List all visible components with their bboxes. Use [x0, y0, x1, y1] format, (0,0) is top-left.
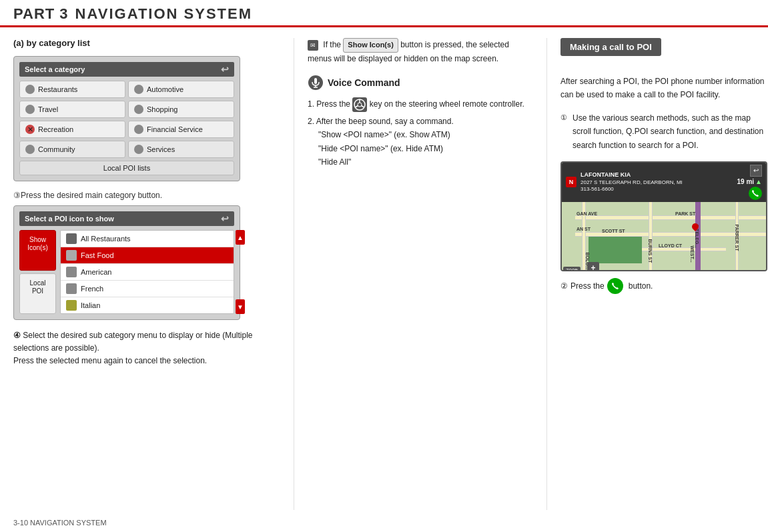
local-poi-button[interactable]: Local POI lists: [19, 161, 234, 175]
map-call-button-header[interactable]: [749, 187, 762, 200]
american-icon: [66, 267, 77, 277]
category-label-community: Community: [38, 145, 75, 153]
poi-item-italian[interactable]: Italian: [61, 297, 234, 313]
category-btn-shopping[interactable]: Shopping: [128, 101, 234, 118]
location-address: 2027 S TELEGRAPH RD, DEARBORN, MI: [581, 179, 683, 186]
poi-box-header: Select a POI icon to show ↩: [19, 211, 234, 226]
map-distance: 19 mi ▲: [737, 178, 762, 185]
voice-command-show: "Show <POI name>" (ex. Show ATM): [318, 128, 533, 141]
recreation-icon: ✕: [25, 125, 35, 134]
community-icon: [25, 145, 35, 154]
map-body: GAN AVE AN ST SCOTT ST PARK ST LLOYD CT …: [562, 202, 766, 271]
voice-title-label: Voice Command: [328, 77, 400, 88]
poi-item-fast-food[interactable]: Fast Food: [61, 247, 234, 264]
road-label-gan-ave: GAN AVE: [577, 211, 597, 216]
fast-food-icon: [66, 250, 77, 261]
category-select-box: Select a category ↩ Restaurants Automoti…: [13, 56, 240, 181]
category-btn-travel[interactable]: Travel: [19, 101, 125, 118]
road-label-burns-st: BURNS ST: [648, 239, 653, 263]
automotive-icon: [134, 85, 143, 94]
map-location-info: LAFONTAINE KIA 2027 S TELEGRAPH RD, DEAR…: [581, 171, 683, 193]
road-label-lloyd-ct: LLOYD CT: [659, 243, 682, 248]
category-btn-community[interactable]: Community: [19, 141, 125, 158]
poi-item-all-restaurants[interactable]: All Restaurants: [61, 231, 234, 247]
road-label-park-st: PARK ST: [675, 211, 695, 216]
call-button-example[interactable]: [607, 278, 623, 294]
step4-description: ④ Select the desired sub category menu t…: [13, 329, 280, 368]
poi-label-italian: Italian: [81, 301, 100, 309]
french-icon: [66, 283, 77, 294]
page-number: 3-10 NAVIGATION SYSTEM: [13, 519, 107, 527]
voice-command-title: Voice Command: [308, 75, 533, 91]
press-button-instruction: ② Press the button.: [560, 278, 767, 294]
main-content: (a) by category list Select a category ↩…: [0, 27, 768, 521]
road-label-an-st: AN ST: [577, 227, 591, 231]
poi-list: All Restaurants Fast Food American: [60, 230, 234, 314]
show-icon-note: ✉ If the Show Icon(s) button is pressed,…: [308, 38, 533, 65]
note-icon: ✉: [308, 40, 318, 51]
map-close-button[interactable]: ↩: [750, 165, 762, 177]
page-title: NAVIGATION SYSTEM: [75, 5, 252, 23]
left-column: (a) by category list Select a category ↩…: [13, 38, 294, 510]
step3-label: ③Press the desired main category button.: [13, 191, 280, 200]
press-btn-suffix: button.: [629, 279, 653, 293]
section-title: (a) by category list: [13, 38, 280, 48]
map-n-badge: N: [566, 177, 577, 187]
scroll-arrows: ▲ ▼: [236, 230, 245, 314]
category-btn-restaurants[interactable]: Restaurants: [19, 81, 125, 98]
phone-icon: [611, 281, 620, 291]
making-call-title: Making a call to POI: [560, 38, 661, 56]
category-btn-automotive[interactable]: Automotive: [128, 81, 234, 98]
poi-select-box: Select a POI icon to show ↩ ShowIcon(s) …: [13, 205, 240, 320]
category-label-automotive: Automotive: [147, 85, 183, 93]
step4-number: ④: [13, 331, 21, 340]
category-btn-recreation[interactable]: ✕ Recreation: [19, 121, 125, 138]
local-poi-button-side[interactable]: LocalPOI: [19, 273, 56, 314]
page-header: PART 3 NAVIGATION SYSTEM: [0, 0, 768, 27]
category-label-services: Services: [147, 145, 175, 153]
voice-command-hide-all: "Hide All": [318, 155, 533, 169]
poi-content: ShowIcon(s) LocalPOI All Restaurants Fas…: [19, 230, 234, 314]
poi-back-arrow-icon[interactable]: ↩: [221, 213, 229, 224]
show-icons-button[interactable]: ShowIcon(s): [19, 230, 56, 271]
category-box-title-label: Select a category: [25, 65, 85, 73]
middle-column: ✉ If the Show Icon(s) button is pressed,…: [294, 38, 547, 510]
map-header: N LAFONTAINE KIA 2027 S TELEGRAPH RD, DE…: [562, 163, 766, 202]
category-btn-services[interactable]: Services: [128, 141, 234, 158]
road-label-parrer-st: PARRER ST: [735, 224, 739, 251]
map-header-right: ↩ 19 mi ▲: [737, 165, 762, 200]
page-footer: 3-10 NAVIGATION SYSTEM: [13, 519, 107, 527]
poi-side-buttons: ShowIcon(s) LocalPOI: [19, 230, 56, 314]
road-park-st-line: [675, 215, 766, 220]
financial-icon: [134, 125, 143, 134]
voice-steps: 1. Press the key on the steering wheel r…: [308, 97, 533, 169]
making-call-header: Making a call to POI: [560, 38, 767, 65]
category-label-financial: Financial Service: [147, 125, 203, 133]
poi-label-all-restaurants: All Restaurants: [81, 235, 131, 243]
poi-item-american[interactable]: American: [61, 264, 234, 281]
voice-command-hide: "Hide <POI name>" (ex. Hide ATM): [318, 142, 533, 155]
restaurants-icon: [25, 85, 35, 94]
back-arrow-icon[interactable]: ↩: [221, 64, 229, 75]
travel-icon: [25, 105, 35, 114]
search-methods-note: Use the various search methods, such as …: [560, 111, 767, 152]
zoom-in-button[interactable]: +: [587, 262, 599, 271]
category-box-header: Select a category ↩: [19, 62, 234, 77]
poi-label-french: French: [81, 285, 103, 293]
scroll-up-button[interactable]: ▲: [236, 230, 245, 245]
location-name: LAFONTAINE KIA: [581, 171, 683, 179]
road-label-scott-st: SCOTT ST: [602, 229, 625, 233]
show-icon-button-label: Show Icon(s): [343, 38, 398, 53]
category-btn-financial[interactable]: Financial Service: [128, 121, 234, 138]
voice-step-1: 1. Press the key on the steering wheel r…: [308, 97, 533, 112]
press-btn-number: ②: [560, 279, 568, 293]
category-label-recreation: Recreation: [38, 125, 73, 133]
voice-step-2: 2. After the beep sound, say a command.: [308, 115, 533, 128]
map-pin: [692, 223, 699, 230]
category-label-shopping: Shopping: [147, 105, 178, 113]
poi-item-french[interactable]: French: [61, 281, 234, 297]
poi-label-fast-food: Fast Food: [81, 251, 114, 259]
map-green-area: [589, 237, 642, 263]
services-icon: [134, 145, 143, 154]
scroll-down-button[interactable]: ▼: [236, 299, 245, 314]
